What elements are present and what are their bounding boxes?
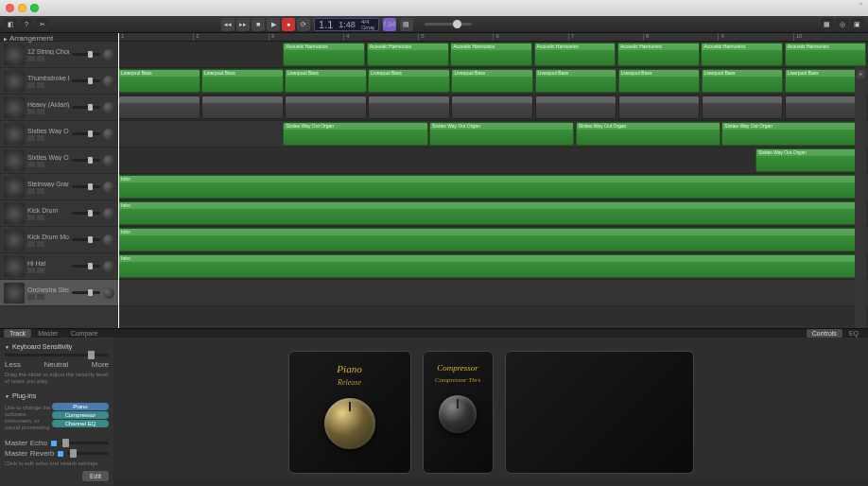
- track-lane[interactable]: Intro: [118, 227, 868, 253]
- master-reverb-checkbox[interactable]: [58, 451, 63, 457]
- playhead[interactable]: [118, 33, 119, 328]
- solo-button[interactable]: [37, 82, 44, 88]
- track-volume-slider[interactable]: [72, 238, 100, 241]
- mute-button[interactable]: [27, 215, 35, 220]
- track-pan-knob[interactable]: [103, 102, 114, 113]
- quick-help-button[interactable]: ?: [20, 18, 33, 31]
- midi-region[interactable]: Sixties Way Out Organ: [721, 122, 866, 146]
- midi-region[interactable]: Liverpool Bass: [368, 69, 450, 93]
- track-lane[interactable]: Acoustic HarmonicsAcoustic HarmonicsAcou…: [118, 42, 868, 68]
- midi-region[interactable]: Acoustic Harmonics: [701, 43, 783, 66]
- track-volume-slider[interactable]: [72, 159, 100, 162]
- midi-region[interactable]: Liverpool Bass: [285, 69, 367, 93]
- mute-button[interactable]: [27, 294, 35, 300]
- solo-button[interactable]: [37, 268, 44, 273]
- midi-region[interactable]: Intro: [118, 254, 857, 278]
- solo-button[interactable]: [37, 241, 44, 247]
- master-echo-slider[interactable]: [61, 442, 109, 444]
- audio-region[interactable]: [451, 95, 533, 119]
- track-volume-slider[interactable]: [72, 79, 100, 82]
- midi-region[interactable]: Intro: [118, 201, 857, 225]
- count-in-button[interactable]: ▤: [400, 18, 413, 31]
- track-lane[interactable]: [118, 95, 868, 121]
- track-lane[interactable]: Intro: [118, 253, 868, 280]
- audio-region[interactable]: [118, 95, 200, 119]
- track-pan-knob[interactable]: [103, 129, 114, 140]
- track-pan-knob[interactable]: [103, 76, 114, 87]
- track-lane[interactable]: Sixties Way Out Organ: [118, 148, 868, 174]
- ruler-mark[interactable]: 7: [568, 33, 643, 41]
- edit-fx-button[interactable]: Edit: [82, 471, 109, 481]
- media-button[interactable]: ▣: [851, 18, 864, 31]
- track-header[interactable]: Steinway Grand Piano: [0, 174, 118, 200]
- mute-button[interactable]: [27, 188, 35, 194]
- master-echo-checkbox[interactable]: [51, 441, 57, 446]
- tab-master[interactable]: Master: [32, 329, 63, 338]
- track-volume-slider[interactable]: [72, 53, 100, 56]
- track-header[interactable]: Sixties Way Out Organ: [0, 121, 118, 148]
- track-lane[interactable]: Liverpool BassLiverpool BassLiverpool Ba…: [118, 68, 868, 95]
- track-volume-slider[interactable]: [72, 212, 100, 215]
- midi-region[interactable]: Sixties Way Out Organ: [755, 148, 866, 172]
- notepad-button[interactable]: ▦: [821, 18, 834, 31]
- mute-button[interactable]: [27, 241, 35, 247]
- track-header[interactable]: Heavy (Aidan): [0, 95, 118, 121]
- keyboard-sensitivity-slider[interactable]: [5, 354, 109, 356]
- close-window-button[interactable]: [6, 4, 14, 12]
- ruler-mark[interactable]: 4: [343, 33, 418, 41]
- tab-track[interactable]: Track: [4, 329, 31, 338]
- solo-button[interactable]: [37, 215, 44, 220]
- piano-release-knob[interactable]: [324, 398, 375, 449]
- solo-button[interactable]: [37, 135, 44, 141]
- master-volume-slider[interactable]: [425, 23, 472, 26]
- midi-region[interactable]: Liverpool Bass: [535, 69, 617, 93]
- midi-region[interactable]: Acoustic Harmonics: [450, 43, 532, 66]
- solo-button[interactable]: [37, 109, 44, 114]
- cycle-button[interactable]: ⟳: [297, 18, 310, 31]
- editors-button[interactable]: ✂: [36, 18, 49, 31]
- add-track-button[interactable]: +: [857, 70, 865, 78]
- tab-eq[interactable]: EQ: [843, 329, 864, 338]
- track-pan-knob[interactable]: [103, 49, 114, 61]
- midi-region[interactable]: Sixties Way Out Organ: [576, 122, 720, 146]
- midi-region[interactable]: Acoustic Harmonics: [617, 43, 700, 66]
- track-volume-slider[interactable]: [72, 265, 100, 268]
- zoom-window-button[interactable]: [30, 4, 39, 12]
- mute-button[interactable]: [27, 109, 35, 114]
- track-pan-knob[interactable]: [103, 261, 114, 272]
- audio-region[interactable]: [201, 95, 284, 119]
- track-lane[interactable]: Intro: [118, 174, 868, 200]
- library-button[interactable]: ◧: [4, 18, 17, 31]
- ruler-mark[interactable]: 1: [118, 33, 193, 41]
- track-header[interactable]: Orchestra Steinway Piano: [0, 280, 118, 306]
- ruler-mark[interactable]: 2: [193, 33, 268, 41]
- forward-button[interactable]: ▸▸: [236, 18, 250, 31]
- track-lane[interactable]: [118, 280, 868, 306]
- midi-region[interactable]: Liverpool Bass: [702, 69, 784, 93]
- track-pan-knob[interactable]: [103, 208, 114, 219]
- solo-button[interactable]: [37, 188, 44, 194]
- plugins-header[interactable]: Plug-ins: [5, 392, 109, 399]
- track-pan-knob[interactable]: [103, 182, 114, 193]
- play-button[interactable]: ▶: [267, 18, 280, 31]
- mute-button[interactable]: [27, 135, 35, 141]
- track-pan-knob[interactable]: [103, 234, 114, 246]
- midi-region[interactable]: Sixties Way Out Organ: [283, 122, 427, 146]
- ruler-mark[interactable]: 3: [269, 33, 343, 41]
- audio-region[interactable]: [285, 95, 367, 119]
- ruler-mark[interactable]: 5: [418, 33, 493, 41]
- solo-button[interactable]: [37, 162, 44, 167]
- audio-region[interactable]: [702, 95, 784, 119]
- track-header[interactable]: Hi Hat: [0, 253, 118, 280]
- keyboard-sensitivity-header[interactable]: Keyboard Sensitivity: [5, 343, 109, 350]
- loops-button[interactable]: ◎: [836, 18, 849, 31]
- timeline-ruler[interactable]: 12345678910: [118, 33, 868, 42]
- mute-button[interactable]: [27, 82, 35, 88]
- track-volume-slider[interactable]: [72, 106, 100, 109]
- midi-region[interactable]: Liverpool Bass: [201, 69, 284, 93]
- track-header[interactable]: Sixties Way Out Organ: [0, 148, 118, 174]
- plugin-compressor[interactable]: Compressor: [52, 411, 109, 419]
- track-pan-knob[interactable]: [103, 287, 114, 299]
- compressor-threshold-knob[interactable]: [439, 395, 477, 433]
- track-volume-slider[interactable]: [72, 291, 100, 294]
